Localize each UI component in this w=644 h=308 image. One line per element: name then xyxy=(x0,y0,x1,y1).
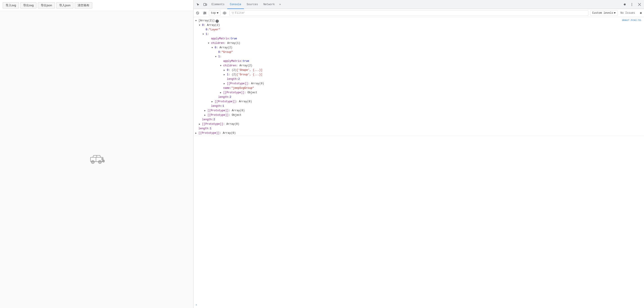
svg-point-6 xyxy=(92,161,94,163)
tree-node-ch1-0[interactable]: ▼ 0: Array(2) xyxy=(195,45,622,50)
tree-toggle-children1[interactable]: ▼ xyxy=(208,41,211,45)
tree-node-length2: length: 2 xyxy=(195,77,622,81)
tree-node-proto4[interactable]: ▶ [[Prototype]]: Array(0) xyxy=(195,108,622,113)
tree-node-applymatrix: applyMatrix: true xyxy=(195,36,622,41)
tree-toggle-proto3[interactable]: ▶ xyxy=(212,100,215,103)
devtools-panel: Elements Console Sources Network » xyxy=(194,0,644,308)
tree-toggle-ch1-0-1[interactable]: ▼ xyxy=(215,55,218,58)
more-options-button[interactable] xyxy=(628,1,636,8)
tree-toggle-shape[interactable]: ▶ xyxy=(224,68,227,72)
svg-point-11 xyxy=(103,160,104,161)
tree-node-0[interactable]: ▼ 0: Array(2) xyxy=(195,23,622,27)
tree-node-children1[interactable]: ▼ children: Array(1) xyxy=(195,41,622,45)
svg-point-8 xyxy=(99,161,100,163)
tree-toggle-proto6[interactable]: ▶ xyxy=(199,122,202,126)
settings-gear-button[interactable] xyxy=(620,1,628,8)
tree-node-group2[interactable]: ▶ 1: (2) ['Group', {...}] xyxy=(195,72,622,77)
console-source-link[interactable]: demo7.html:51 xyxy=(622,18,644,22)
svg-point-10 xyxy=(102,160,105,162)
console-output: ▼ [Array(2)] i ▼ 0: Array(2) 0: "Layer" xyxy=(194,17,644,302)
tree-node-applymatrix2: applyMatrix: true xyxy=(195,59,622,63)
tree-toggle-group2[interactable]: ▶ xyxy=(224,73,227,76)
filter-icon-button[interactable] xyxy=(202,10,208,16)
no-issues-label: No Issues xyxy=(618,11,637,14)
custom-levels-label: Custom levels xyxy=(592,11,614,14)
tree-toggle-0-1[interactable]: ▼ xyxy=(202,32,206,36)
toolbar: 导入svg 导出svg 导出json 导入json 清空画布 xyxy=(0,0,193,11)
svg-rect-12 xyxy=(204,3,206,5)
tree-node-proto6[interactable]: ▶ [[Prototype]]: Array(0) xyxy=(195,122,622,126)
canvas-area xyxy=(0,11,193,308)
tree-node-root[interactable]: ▼ [Array(2)] i xyxy=(195,18,622,23)
tab-network[interactable]: Network xyxy=(260,0,277,9)
tree-toggle-proto1[interactable]: ▶ xyxy=(224,82,227,85)
svg-line-18 xyxy=(197,12,198,14)
import-svg-button[interactable]: 导入svg xyxy=(3,2,19,8)
tree-node-length1b: length: 1 xyxy=(195,126,622,131)
svg-rect-13 xyxy=(206,4,207,5)
console-settings-gear-icon[interactable] xyxy=(638,10,643,16)
tree-toggle-ch1-0[interactable]: ▼ xyxy=(212,46,215,49)
devtools-settings xyxy=(620,1,643,8)
tree-node-proto5[interactable]: ▶ [[Prototype]]: Object xyxy=(195,113,622,117)
tree-node-ch1-0-1[interactable]: ▼ 1: xyxy=(195,54,622,59)
tree-node-proto1[interactable]: ▶ [[Prototype]]: Array(0) xyxy=(195,81,622,86)
close-devtools-button[interactable] xyxy=(636,1,643,8)
tree-node-0-0: 0: "Layer" xyxy=(195,27,622,32)
more-tabs-button[interactable]: » xyxy=(278,0,282,9)
clear-console-button[interactable] xyxy=(194,10,201,16)
context-label: top xyxy=(211,11,216,14)
cursor-icon-button[interactable] xyxy=(194,1,202,8)
tree-toggle-proto5[interactable]: ▶ xyxy=(204,113,208,117)
console-toolbar: top Filter Custom levels No Issues xyxy=(194,9,644,17)
tree-node-children2[interactable]: ▼ children: Array(2) xyxy=(195,63,622,68)
filter-icon xyxy=(232,12,234,14)
tab-console[interactable]: Console xyxy=(227,0,244,9)
console-prompt[interactable]: › xyxy=(194,302,644,308)
svg-point-28 xyxy=(224,12,225,13)
tree-toggle-proto4[interactable]: ▶ xyxy=(204,109,208,112)
array-info-icon[interactable]: i xyxy=(216,19,219,23)
prompt-arrow-icon: › xyxy=(195,303,197,307)
left-panel: 导入svg 导出svg 导出json 导入json 清空画布 xyxy=(0,0,194,308)
svg-point-22 xyxy=(205,12,206,13)
filter-placeholder: Filter xyxy=(235,11,245,14)
custom-levels-chevron-icon xyxy=(614,12,616,14)
tree-node-proto7[interactable]: ▶ [[Prototype]]: Array(0) xyxy=(195,131,622,135)
svg-point-7 xyxy=(98,160,102,163)
context-selector[interactable]: top xyxy=(209,10,220,16)
tree-node-proto3[interactable]: ▶ [[Prototype]]: Array(0) xyxy=(195,99,622,104)
tree-toggle-children2[interactable]: ▼ xyxy=(220,64,223,67)
devtools-tab-bar: Elements Console Sources Network » xyxy=(194,0,644,9)
tree-node-length1: length: 1 xyxy=(195,104,622,108)
svg-point-5 xyxy=(91,160,94,163)
tree-toggle-proto7[interactable]: ▶ xyxy=(195,131,198,135)
svg-point-14 xyxy=(632,3,632,3)
clear-canvas-button[interactable]: 清空画布 xyxy=(75,2,92,8)
console-entry: ▼ [Array(2)] i ▼ 0: Array(2) 0: "Layer" xyxy=(194,18,644,136)
import-json-button[interactable]: 导入json xyxy=(56,2,73,8)
tree-node-shape[interactable]: ▶ 0: (2) ['Shape', {...}] xyxy=(195,68,622,72)
context-chevron-icon xyxy=(217,12,218,14)
tree-toggle-proto2[interactable]: ▶ xyxy=(220,91,223,94)
tree-node-name: name: "jeepSvgGroup" xyxy=(195,86,622,90)
tree-toggle-0[interactable]: ▼ xyxy=(199,23,202,27)
tab-elements[interactable]: Elements xyxy=(209,0,227,9)
tree-toggle-root[interactable]: ▼ xyxy=(195,19,198,22)
tree-node-length2b: length: 2 xyxy=(195,95,622,99)
tree-node-ch1-0-0: 0: "Group" xyxy=(195,50,622,54)
tree-node-proto2[interactable]: ▶ [[Prototype]]: Object xyxy=(195,90,622,95)
eye-icon-button[interactable] xyxy=(222,10,228,16)
export-json-button[interactable]: 导出json xyxy=(38,2,55,8)
jeep-icon xyxy=(89,154,105,165)
tab-sources[interactable]: Sources xyxy=(244,0,260,9)
svg-point-15 xyxy=(632,4,632,5)
custom-levels-button[interactable]: Custom levels xyxy=(590,10,618,16)
svg-point-25 xyxy=(204,12,205,12)
svg-point-16 xyxy=(632,5,632,6)
export-svg-button[interactable]: 导出svg xyxy=(20,2,36,8)
tree-node-0-1[interactable]: ▼ 1: xyxy=(195,32,622,36)
filter-area[interactable]: Filter xyxy=(230,10,588,16)
svg-point-19 xyxy=(204,13,204,14)
device-toolbar-button[interactable] xyxy=(202,1,209,8)
